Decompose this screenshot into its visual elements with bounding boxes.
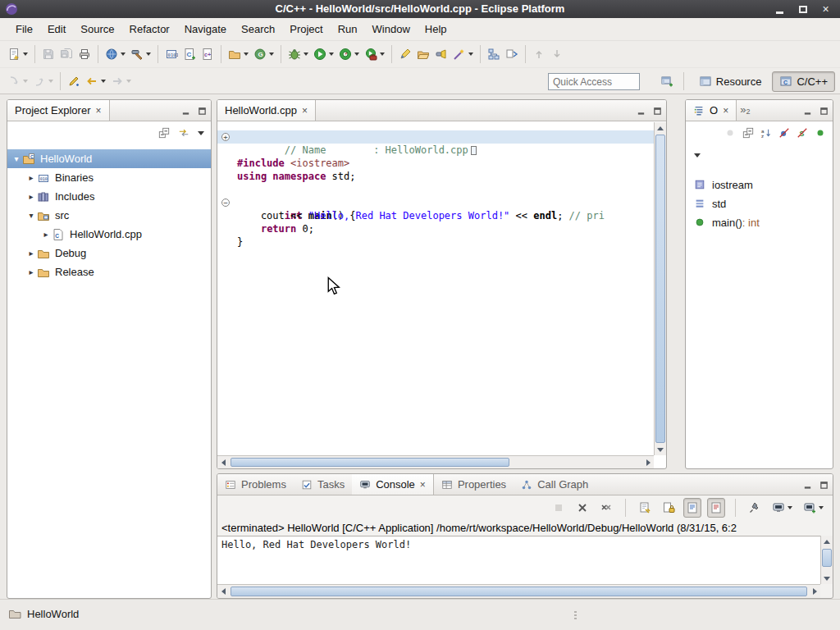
focus-element-button[interactable]: [724, 127, 736, 139]
sort-button[interactable]: az: [760, 127, 772, 139]
scroll-up-button[interactable]: [821, 536, 833, 547]
more-views-chevron[interactable]: » 2: [737, 100, 753, 121]
scroll-left-button[interactable]: [217, 586, 229, 597]
fold-expand-icon[interactable]: +: [221, 133, 230, 141]
remove-launch-button[interactable]: [573, 498, 591, 518]
outline-item-iostream[interactable]: iostream: [686, 176, 833, 194]
minimize-view-button[interactable]: [181, 107, 190, 116]
window-close-button[interactable]: ×: [819, 3, 832, 16]
open-resource-button[interactable]: [414, 43, 432, 65]
external-tools-button[interactable]: [362, 43, 387, 65]
perspective-cpp-button[interactable]: C C/C++: [772, 71, 835, 92]
show-console-stdout-toggle[interactable]: [683, 498, 701, 518]
close-icon[interactable]: ×: [95, 106, 101, 116]
editor-horizontal-scrollbar[interactable]: [217, 455, 654, 468]
minimize-view-button[interactable]: [803, 107, 812, 116]
new-project-button[interactable]: [103, 43, 128, 65]
collapse-arrow-icon[interactable]: ▸: [25, 267, 37, 276]
perspective-resource-button[interactable]: Resource: [692, 71, 769, 92]
code-area[interactable]: +// Name : HelloWorld.cpp #include <iost…: [217, 122, 654, 455]
close-icon[interactable]: ×: [723, 106, 728, 116]
tab-problems[interactable]: Problems: [217, 474, 294, 495]
minimize-view-button[interactable]: [803, 481, 812, 490]
menu-file[interactable]: File: [8, 20, 40, 39]
new-source-file-button[interactable]: c+: [199, 43, 217, 65]
statusbar-drag-handle[interactable]: [574, 609, 577, 621]
collapse-arrow-icon[interactable]: ▸: [25, 192, 37, 201]
scroll-right-button[interactable]: [642, 457, 654, 468]
tree-item-helloworld[interactable]: ▾ C HelloWorld: [7, 149, 211, 168]
outline-view-menu-button[interactable]: [694, 153, 701, 158]
type-hierarchy-button[interactable]: [485, 43, 503, 65]
collapse-all-button[interactable]: [158, 127, 170, 139]
maximize-view-button[interactable]: [819, 107, 829, 116]
scroll-down-button[interactable]: [655, 444, 666, 455]
wizard-wand-button[interactable]: [450, 43, 476, 65]
scroll-left-button[interactable]: [217, 457, 229, 468]
window-minimize-button[interactable]: [774, 3, 786, 16]
tree-item-binaries[interactable]: ▸ 010 Binaries: [7, 168, 211, 187]
search-button[interactable]: [432, 43, 450, 65]
menu-source[interactable]: Source: [73, 20, 121, 39]
maximize-view-button[interactable]: [653, 107, 662, 116]
forward-button[interactable]: [108, 71, 134, 92]
tree-item-includes[interactable]: ▸ Includes: [7, 187, 211, 206]
tree-item-src[interactable]: ▾ src: [7, 206, 211, 225]
outline-item-std[interactable]: std: [686, 194, 833, 213]
save-all-button[interactable]: [57, 43, 75, 65]
launch-config-button[interactable]: G: [251, 43, 276, 65]
menu-navigate[interactable]: Navigate: [177, 20, 234, 39]
open-type-button[interactable]: [226, 43, 251, 65]
remove-all-launches-button[interactable]: [597, 498, 615, 518]
previous-annotation-button[interactable]: [30, 71, 56, 92]
scrollbar-thumb[interactable]: [822, 549, 832, 567]
profile-button[interactable]: [336, 43, 362, 65]
editor-vertical-scrollbar[interactable]: [654, 122, 666, 455]
expand-arrow-icon[interactable]: ▾: [11, 154, 22, 163]
tab-properties[interactable]: Properties: [434, 474, 514, 495]
scrollbar-thumb[interactable]: [231, 587, 807, 596]
run-button[interactable]: [311, 43, 336, 65]
collapse-arrow-icon[interactable]: ▸: [40, 230, 52, 239]
menu-edit[interactable]: Edit: [40, 20, 73, 39]
tree-item-helloworld-cpp[interactable]: ▸ C HelloWorld.cpp: [7, 225, 211, 244]
clear-console-button[interactable]: [636, 498, 654, 518]
pin-console-button[interactable]: [746, 498, 764, 518]
include-browser-button[interactable]: [503, 43, 521, 65]
quick-access-input[interactable]: [548, 73, 640, 90]
collapse-arrow-icon[interactable]: ▸: [25, 173, 37, 182]
show-console-stderr-toggle[interactable]: [707, 498, 725, 518]
open-console-button[interactable]: [801, 498, 826, 518]
mark-occurrences-button[interactable]: [396, 43, 414, 65]
maximize-view-button[interactable]: [819, 481, 829, 490]
menu-help[interactable]: Help: [418, 20, 454, 39]
link-with-editor-button[interactable]: [178, 127, 189, 139]
back-button[interactable]: [83, 71, 108, 92]
tab-console[interactable]: Console ×: [352, 474, 434, 495]
new-wizard-button[interactable]: [5, 43, 30, 65]
scroll-right-button[interactable]: [809, 586, 820, 597]
tab-call-graph[interactable]: Call Graph: [514, 474, 596, 495]
minimize-view-button[interactable]: [637, 107, 646, 116]
console-output[interactable]: Hello, Red Hat Developers World!: [217, 536, 820, 584]
tab-outline[interactable]: O ×: [686, 100, 737, 121]
hide-fields-button[interactable]: [778, 127, 790, 139]
tab-project-explorer[interactable]: Project Explorer ×: [7, 100, 110, 121]
menu-refactor[interactable]: Refactor: [122, 20, 177, 39]
tree-item-release[interactable]: ▸ Release: [7, 262, 211, 281]
print-button[interactable]: [75, 43, 94, 65]
expand-arrow-icon[interactable]: ▾: [25, 211, 37, 220]
hide-static-button[interactable]: S: [797, 127, 808, 139]
console-vertical-scrollbar[interactable]: [820, 536, 833, 584]
debug-button[interactable]: [285, 43, 311, 65]
collapse-arrow-icon[interactable]: ▸: [25, 249, 37, 258]
scroll-lock-button[interactable]: [660, 498, 678, 518]
open-perspective-button[interactable]: [658, 71, 676, 92]
console-horizontal-scrollbar[interactable]: [217, 584, 820, 598]
close-icon[interactable]: ×: [302, 106, 308, 116]
new-class-button[interactable]: C: [180, 43, 199, 65]
maximize-view-button[interactable]: [198, 107, 207, 116]
fold-collapse-icon[interactable]: −: [221, 199, 230, 207]
scrollbar-thumb[interactable]: [655, 135, 665, 443]
tab-helloworld-cpp[interactable]: HelloWorld.cpp ×: [217, 100, 316, 121]
